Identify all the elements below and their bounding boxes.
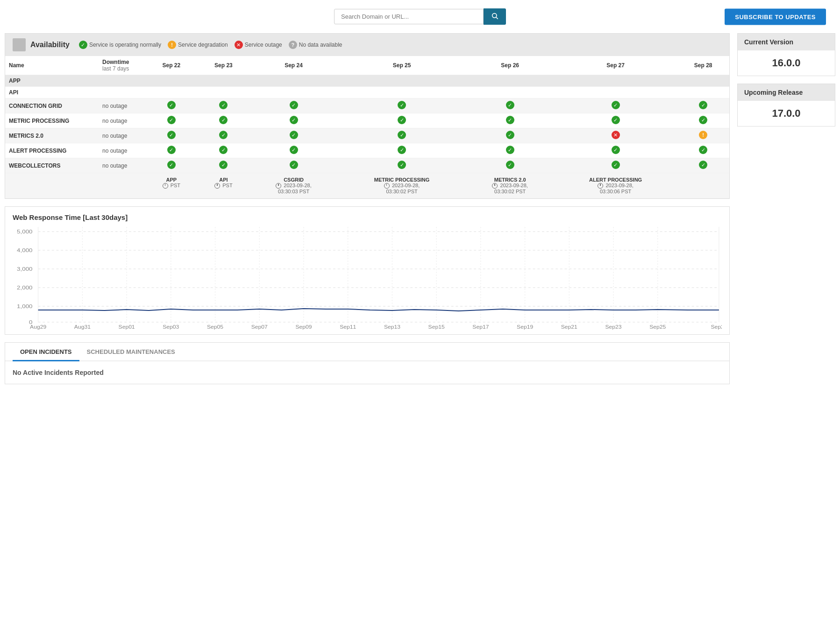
availability-table: Name Downtime last 7 days Sep 22 Sep 23 …: [5, 56, 729, 198]
status-cell: [338, 128, 466, 143]
status-cell: [198, 113, 250, 128]
clock-icon: [492, 183, 498, 189]
status-cell: [338, 113, 466, 128]
footer-sub: 2023-09-28,03:30:03 PST: [276, 183, 311, 194]
status-cell: [466, 143, 554, 158]
subscribe-button[interactable]: SUBSCRIBE TO UPDATES: [725, 8, 826, 25]
footer-label: APP: [166, 177, 177, 183]
upcoming-release-card: Upcoming Release 17.0.0: [737, 84, 835, 127]
footer-label: CSGRID: [284, 177, 304, 183]
availability-header: Availability Service is operating normal…: [5, 34, 729, 56]
legend-error: Service outage: [235, 41, 282, 49]
legend-ok: Service is operating normally: [79, 41, 161, 49]
status-warn-icon: [699, 131, 707, 139]
status-ok-icon: [167, 161, 176, 169]
search-button[interactable]: [484, 8, 506, 25]
availability-section: Availability Service is operating normal…: [5, 33, 730, 199]
warn-icon: [168, 41, 176, 49]
svg-text:Aug31: Aug31: [74, 324, 91, 330]
status-cell: [677, 158, 729, 173]
tab-open-incidents[interactable]: OPEN INCIDENTS: [13, 343, 79, 361]
availability-title-area: Availability: [13, 38, 70, 51]
table-row: METRICS 2.0 no outage: [5, 128, 729, 143]
status-cell: [338, 99, 466, 113]
tab-scheduled-maintenances[interactable]: SCHEDULED MAINTENANCES: [79, 343, 183, 361]
status-cell: [145, 143, 198, 158]
row-name: CONNECTION GRID: [5, 99, 99, 113]
footer-label: ALERT PROCESSING: [589, 177, 642, 183]
table-row: CONNECTION GRID no outage: [5, 99, 729, 113]
status-ok-icon: [699, 101, 707, 109]
svg-line-1: [496, 17, 498, 19]
search-input[interactable]: [334, 9, 484, 24]
table-header-row: Name Downtime last 7 days Sep 22 Sep 23 …: [5, 56, 729, 75]
status-cell: [249, 128, 338, 143]
svg-text:Sep07: Sep07: [251, 324, 268, 330]
incidents-content: No Active Incidents Reported: [5, 361, 729, 384]
ok-icon: [79, 41, 87, 49]
clock-icon: [163, 183, 168, 189]
status-ok-icon: [167, 116, 176, 124]
status-cell: [145, 113, 198, 128]
main-layout: Availability Service is operating normal…: [0, 33, 840, 384]
svg-point-0: [492, 14, 497, 18]
svg-text:Sep21: Sep21: [561, 324, 577, 330]
footer-sub: PST: [163, 183, 180, 188]
incidents-section: OPEN INCIDENTS SCHEDULED MAINTENANCES No…: [5, 342, 730, 384]
status-error-icon: [612, 131, 620, 139]
status-ok-icon: [398, 116, 406, 124]
svg-text:4,000: 4,000: [17, 247, 33, 254]
status-cell: [198, 143, 250, 158]
legend-nodata-label: No data available: [299, 42, 342, 48]
status-cell: [249, 113, 338, 128]
status-cell: [466, 158, 554, 173]
chart-title: Web Response Time [Last 30days]: [13, 213, 722, 221]
footer-sub: 2023-09-28,03:30:06 PST: [598, 183, 633, 194]
footer-empty1: [5, 173, 99, 198]
current-version-title: Current Version: [738, 34, 835, 50]
status-ok-icon: [290, 146, 298, 154]
chart-section: Web Response Time [Last 30days] 5,000 4,…: [5, 206, 730, 335]
status-ok-icon: [506, 146, 514, 154]
svg-text:Sep19: Sep19: [517, 324, 533, 330]
table-row: API: [5, 87, 729, 99]
content-area: Availability Service is operating normal…: [5, 33, 730, 384]
clock-icon: [276, 183, 281, 189]
col-sep22: Sep 22: [145, 56, 198, 75]
col-downtime: Downtime last 7 days: [99, 56, 145, 75]
status-cell: [338, 87, 466, 99]
col-sep28: Sep 28: [677, 56, 729, 75]
col-sep27: Sep 27: [554, 56, 677, 75]
col-name: Name: [5, 56, 99, 75]
status-ok-icon: [612, 116, 620, 124]
row-downtime: no outage: [99, 143, 145, 158]
status-cell: [554, 128, 677, 143]
status-ok-icon: [290, 161, 298, 169]
svg-text:Sep23: Sep23: [605, 324, 622, 330]
row-name: WEBCOLLECTORS: [5, 158, 99, 173]
chart-container: 5,000 4,000 3,000 2,000 1,000 0: [13, 227, 722, 330]
status-cell: [198, 99, 250, 113]
footer-col: ALERT PROCESSING 2023-09-28,03:30:06 PST: [554, 173, 677, 198]
footer-label: METRICS 2.0: [494, 177, 526, 183]
status-cell: [677, 128, 729, 143]
status-ok-icon: [167, 131, 176, 139]
svg-text:3,000: 3,000: [17, 266, 33, 272]
svg-text:Sep17: Sep17: [472, 324, 489, 330]
svg-text:Sep03: Sep03: [163, 324, 179, 330]
footer-col: METRIC PROCESSING 2023-09-28,03:30:02 PS…: [338, 173, 466, 198]
svg-text:1,000: 1,000: [17, 303, 33, 310]
status-ok-icon: [612, 161, 620, 169]
svg-text:Sep25: Sep25: [649, 324, 666, 330]
status-ok-icon: [219, 116, 228, 124]
table-row: WEBCOLLECTORS no outage: [5, 158, 729, 173]
status-cell: [249, 99, 338, 113]
row-name: METRICS 2.0: [5, 128, 99, 143]
legend-nodata: No data available: [289, 41, 342, 49]
status-cell: [145, 158, 198, 173]
status-cell: [554, 99, 677, 113]
table-footer-row: APP PST API PST CSGRID 2023-09-28,03:3: [5, 173, 729, 198]
footer-col: METRICS 2.0 2023-09-28,03:30:02 PST: [466, 173, 554, 198]
status-cell: [554, 87, 677, 99]
legend-error-label: Service outage: [245, 42, 282, 48]
